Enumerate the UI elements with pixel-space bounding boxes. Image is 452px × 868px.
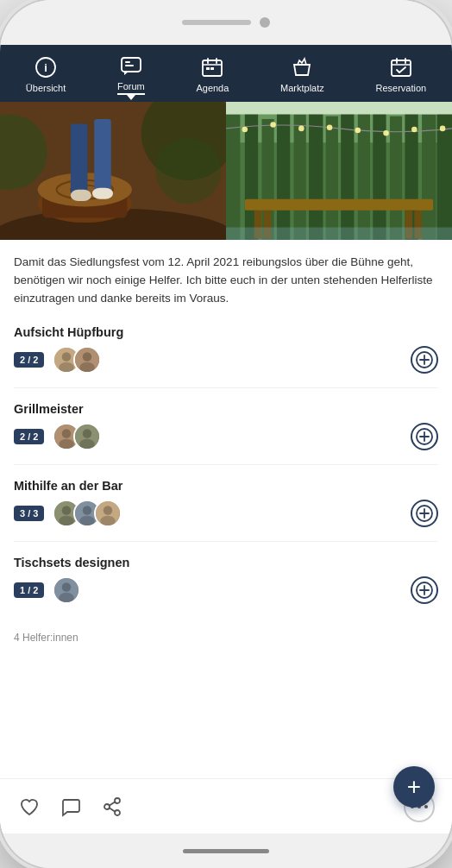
svg-point-94 — [60, 592, 75, 602]
svg-rect-10 — [206, 67, 210, 70]
nav-label-marktplatz: Marktplatz — [280, 83, 324, 93]
svg-point-93 — [62, 582, 72, 592]
svg-rect-42 — [373, 109, 386, 240]
svg-rect-36 — [277, 110, 290, 240]
svg-line-101 — [110, 802, 116, 805]
like-button[interactable] — [17, 795, 41, 819]
hero-image-right — [226, 102, 452, 240]
helper-title-aufsicht: Aufsicht Hüpfburg — [14, 325, 438, 339]
phone-screen: i Übersicht Forum — [0, 45, 452, 833]
info-circle-icon: i — [34, 55, 58, 79]
svg-rect-45 — [422, 115, 436, 241]
helper-section-tischsets: Tischsets designen1 / 2 — [14, 556, 438, 618]
nav-label-ubersicht: Übersicht — [26, 83, 66, 93]
svg-point-48 — [242, 127, 248, 133]
svg-point-87 — [104, 506, 113, 515]
svg-point-105 — [424, 805, 428, 808]
helper-section-aufsicht: Aufsicht Hüpfburg2 / 2 — [14, 325, 438, 388]
phone-shell: i Übersicht Forum — [0, 0, 452, 868]
svg-rect-47 — [226, 102, 452, 115]
nav-bar: i Übersicht Forum — [0, 45, 452, 102]
svg-point-81 — [62, 506, 72, 515]
svg-point-72 — [62, 429, 72, 438]
svg-point-50 — [298, 126, 304, 132]
helper-title-bar: Mithilfe an der Bar — [14, 479, 438, 493]
svg-point-99 — [104, 804, 110, 809]
svg-point-49 — [270, 122, 276, 128]
svg-point-51 — [327, 125, 333, 131]
helper-section-grillmeister: Grillmeister2 / 2 — [14, 402, 438, 465]
content-area[interactable]: Damit das Siedlungsfest vom 12. April 20… — [0, 240, 452, 833]
helper-row-tischsets: 1 / 2 — [14, 576, 438, 604]
nav-item-forum[interactable]: Forum — [117, 53, 145, 95]
calendar-check-icon — [389, 55, 413, 79]
svg-point-53 — [383, 130, 389, 136]
svg-point-73 — [60, 438, 75, 449]
comment-button[interactable] — [59, 795, 83, 819]
forum-active-indicator — [127, 95, 135, 100]
fab-button[interactable]: + — [393, 766, 435, 808]
add-helper-button-tischsets[interactable] — [411, 576, 438, 604]
svg-line-102 — [110, 808, 116, 811]
avatar-grillmeister-1 — [73, 423, 101, 450]
chat-icon — [119, 53, 143, 78]
nav-item-ubersicht[interactable]: i Übersicht — [26, 55, 66, 93]
add-helper-button-aufsicht[interactable] — [411, 346, 438, 374]
count-badge-aufsicht: 2 / 2 — [14, 352, 44, 368]
avatars-bar — [53, 500, 122, 527]
svg-point-84 — [83, 506, 92, 515]
nav-item-marktplatz[interactable]: Marktplatz — [280, 55, 324, 93]
home-indicator — [183, 849, 269, 853]
svg-point-66 — [83, 352, 92, 362]
count-badge-grillmeister: 2 / 2 — [14, 429, 44, 444]
helper-section-bar: Mithilfe an der Bar3 / 3 — [14, 479, 438, 542]
svg-point-98 — [115, 798, 120, 803]
helper-row-grillmeister: 2 / 2 — [14, 423, 438, 450]
nav-item-agenda[interactable]: Agenda — [196, 55, 229, 93]
nav-label-forum: Forum — [117, 81, 145, 95]
phone-bottom-bar — [0, 833, 452, 868]
svg-rect-4 — [125, 65, 134, 66]
svg-rect-40 — [341, 103, 354, 240]
add-helper-button-grillmeister[interactable] — [411, 423, 438, 450]
svg-rect-24 — [71, 190, 91, 201]
share-button[interactable] — [100, 795, 124, 819]
svg-point-52 — [355, 128, 361, 134]
avatars-tischsets — [53, 576, 80, 604]
svg-rect-12 — [392, 60, 411, 76]
avatar-tischsets-0 — [53, 576, 80, 604]
action-bar — [0, 778, 452, 833]
count-badge-bar: 3 / 3 — [14, 506, 44, 521]
phone-camera — [260, 17, 270, 28]
svg-rect-33 — [226, 115, 240, 241]
helper-list: Aufsicht Hüpfburg2 / 2 Grillmeister2 / 2 — [14, 325, 438, 618]
basket-icon — [290, 55, 314, 79]
description-text: Damit das Siedlungsfest vom 12. April 20… — [14, 254, 438, 308]
nav-label-reservation: Reservation — [375, 83, 426, 93]
helper-title-tischsets: Tischsets designen — [14, 556, 438, 569]
count-badge-tischsets: 1 / 2 — [14, 582, 44, 598]
nav-item-reservation[interactable]: Reservation — [375, 55, 426, 93]
svg-point-85 — [80, 515, 96, 525]
hero-images — [0, 102, 452, 240]
svg-point-67 — [80, 362, 96, 372]
svg-marker-5 — [124, 72, 129, 75]
svg-rect-56 — [245, 199, 433, 211]
svg-rect-37 — [294, 115, 306, 241]
phone-speaker — [182, 20, 251, 25]
svg-point-88 — [101, 515, 116, 525]
svg-point-54 — [411, 127, 417, 133]
svg-rect-25 — [94, 119, 111, 192]
avatar-aufsicht-1 — [73, 346, 101, 374]
nav-label-agenda: Agenda — [196, 83, 229, 93]
helper-row-bar: 3 / 3 — [14, 500, 438, 527]
svg-point-64 — [60, 362, 75, 372]
svg-rect-43 — [390, 116, 402, 240]
svg-point-76 — [80, 438, 96, 449]
svg-rect-39 — [326, 116, 338, 240]
phone-top-bar — [0, 0, 452, 45]
svg-rect-61 — [226, 228, 452, 241]
add-helper-button-bar[interactable] — [411, 500, 438, 527]
hero-image-left — [0, 102, 226, 240]
svg-rect-26 — [92, 188, 113, 199]
